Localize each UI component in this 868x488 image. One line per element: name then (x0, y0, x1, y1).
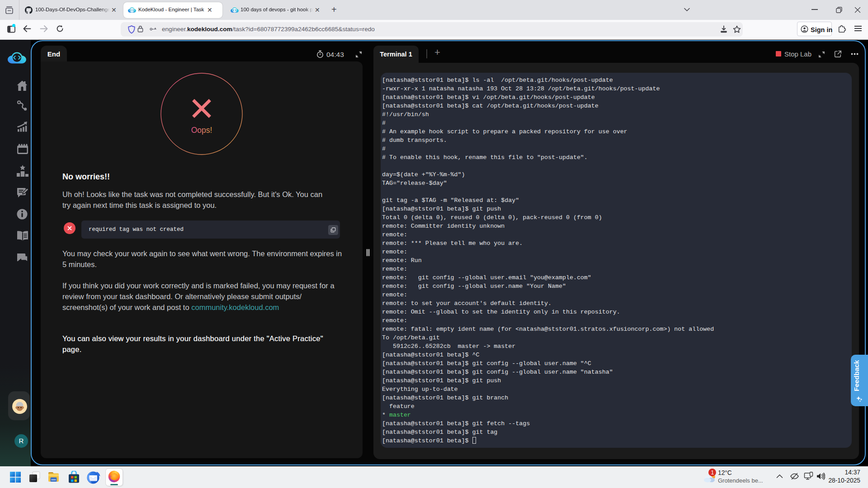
svg-text:Oops!: Oops! (191, 126, 212, 135)
